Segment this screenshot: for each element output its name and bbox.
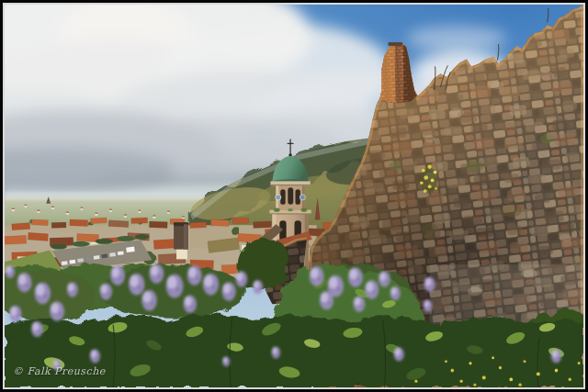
tower-clock: [300, 195, 305, 200]
tower-lantern: [276, 185, 306, 209]
photo-frame: © Falk Preusche: [0, 0, 588, 392]
tower-clock: [276, 195, 281, 200]
village-tower: [174, 222, 188, 249]
photo-scene: [5, 5, 583, 387]
photo-mat: © Falk Preusche: [3, 3, 585, 389]
